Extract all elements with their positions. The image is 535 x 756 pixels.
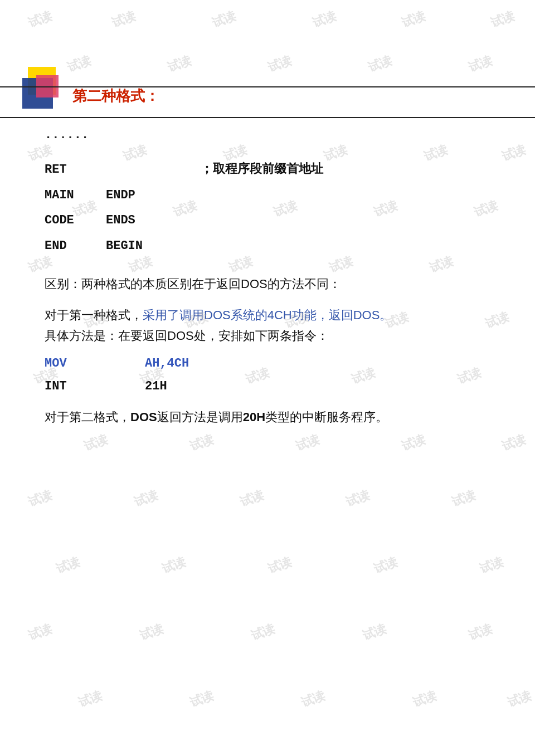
watermark-text: 试读	[26, 486, 55, 510]
watermark-text: 试读	[26, 7, 55, 31]
watermark-text: 试读	[237, 486, 266, 510]
watermark-text: 试读	[109, 7, 138, 31]
watermark-text: 试读	[165, 52, 194, 76]
watermark-text: 试读	[477, 553, 506, 577]
text-format1-prefix: 对于第一种格式，	[45, 308, 143, 322]
text-format2-mid: 返回方法是调用	[157, 410, 243, 424]
code-line-main-endp: MAIN ENDP	[45, 184, 513, 207]
watermark-text: 试读	[488, 7, 517, 31]
watermark-text: 试读	[299, 687, 328, 711]
watermark-text: 试读	[410, 687, 439, 711]
watermark-text: 试读	[449, 486, 478, 510]
code-block: RET ；取程序段前缀首地址 MAIN ENDP CODE ENDS END B…	[45, 159, 513, 257]
code-mov-value: AH,4CH	[145, 357, 189, 370]
main-content: ...... RET ；取程序段前缀首地址 MAIN ENDP CODE END…	[45, 128, 513, 437]
code-ret-keyword: RET	[45, 159, 100, 181]
code-line-end-begin: END BEGIN	[45, 235, 513, 257]
watermark-text: 试读	[466, 52, 495, 76]
code-main-keyword: MAIN	[45, 184, 100, 207]
watermark-text: 试读	[210, 7, 239, 31]
code-end-keyword: END	[45, 235, 100, 257]
watermark-text: 试读	[360, 620, 389, 644]
code-ends-keyword: ENDS	[106, 209, 139, 232]
watermark-text: 试读	[343, 486, 372, 510]
watermark-text: 试读	[466, 620, 495, 644]
code-endp-keyword: ENDP	[106, 184, 139, 207]
code-line-ret: RET ；取程序段前缀首地址	[45, 159, 513, 181]
watermark-text: 试读	[505, 687, 534, 711]
watermark-text: 试读	[310, 7, 339, 31]
section-title: 第二种格式：	[72, 86, 159, 106]
watermark-text: 试读	[371, 553, 400, 577]
text-format2-20h: 20H	[243, 410, 265, 424]
ellipsis-text: ......	[45, 128, 513, 142]
watermark-text: 试读	[137, 620, 166, 644]
text-format1-line2: 具体方法是：在要返回DOS处，安排如下两条指令：	[45, 329, 329, 343]
text-format2-dos: DOS	[130, 410, 157, 424]
code-int-value: 21H	[145, 379, 167, 393]
code-line-int: INT 21H	[45, 379, 513, 393]
code-line-code-ends: CODE ENDS	[45, 209, 513, 232]
watermark-text: 试读	[249, 620, 278, 644]
text-format2-suffix: 类型的中断服务程序。	[265, 410, 388, 424]
watermark-text: 试读	[26, 620, 55, 644]
code-mov-keyword: MOV	[45, 357, 145, 370]
text-format1: 对于第一种格式，采用了调用DOS系统的4CH功能，返回DOS。 具体方法是：在要…	[45, 305, 513, 347]
code-begin-keyword: BEGIN	[106, 235, 195, 257]
bottom-horizontal-line	[0, 117, 535, 118]
text-format2-prefix: 对于第二格式，	[45, 410, 130, 424]
watermark-text: 试读	[159, 553, 188, 577]
code-code-keyword: CODE	[45, 209, 100, 232]
text-distinction: 区别：两种格式的本质区别在于返回DOS的方法不同：	[45, 274, 513, 294]
decorative-graphic	[22, 67, 72, 117]
watermark-text: 试读	[399, 7, 428, 31]
watermark-text: 试读	[366, 52, 395, 76]
text-format1-highlight: 采用了调用DOS系统的4CH功能，返回DOS。	[143, 308, 392, 322]
watermark-text: 试读	[187, 687, 216, 711]
code-ret-comment: ；取程序段前缀首地址	[201, 159, 323, 181]
watermark-text: 试读	[265, 52, 294, 76]
code-int-keyword: INT	[45, 379, 145, 393]
text-format2: 对于第二格式，DOS返回方法是调用20H类型的中断服务程序。	[45, 407, 513, 427]
code-line-mov: MOV AH,4CH	[45, 357, 513, 370]
watermark-text: 试读	[265, 553, 294, 577]
watermark-text: 试读	[76, 687, 105, 711]
watermark-text: 试读	[54, 553, 82, 577]
watermark-text: 试读	[132, 486, 160, 510]
